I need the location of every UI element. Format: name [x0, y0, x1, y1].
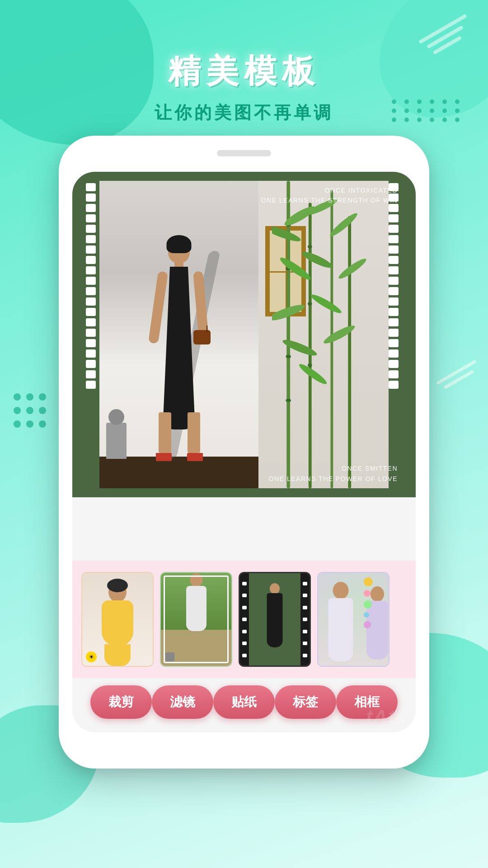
thumbnail-3-selected[interactable] — [239, 572, 311, 667]
overlay-text-line4: ONE LEARNS THE POWER OF LOVE — [269, 474, 398, 484]
svg-point-9 — [308, 245, 312, 249]
text-overlay-bottom: ONCE SMITTEN ONE LEARNS THE POWER OF LOV… — [269, 463, 398, 484]
svg-rect-0 — [286, 181, 290, 488]
tag-button[interactable]: 标签 — [275, 685, 336, 719]
svg-point-11 — [308, 363, 312, 367]
phone-screen: ONCE INTOXICATED ONE LEARNS THE STRENGTH… — [72, 172, 416, 732]
filter-button[interactable]: 滤镜 — [152, 685, 213, 719]
svg-point-17 — [300, 249, 334, 270]
svg-rect-3 — [348, 216, 351, 488]
svg-point-20 — [337, 256, 368, 281]
dot-group-left — [14, 393, 46, 428]
phone-body: ONCE INTOXICATED ONE LEARNS THE STRENGTH… — [59, 136, 429, 769]
svg-point-19 — [309, 292, 343, 316]
overlay-text-line3: ONCE SMITTEN — [269, 463, 398, 473]
thumb-badge-1: ☀ — [86, 651, 97, 662]
svg-point-10 — [308, 302, 312, 306]
svg-point-23 — [297, 362, 328, 387]
sticker-button[interactable]: 贴纸 — [213, 685, 275, 719]
phone-mockup: ONCE INTOXICATED ONE LEARNS THE STRENGTH… — [59, 136, 429, 769]
photo-person-left — [99, 181, 258, 488]
sub-title: 让你的美图不再单调 — [0, 101, 488, 124]
svg-point-15 — [278, 255, 313, 283]
text-overlay-top: ONCE INTOXICATED ONE LEARNS THE STRENGTH… — [261, 185, 398, 206]
thumbnail-4[interactable] — [317, 572, 389, 667]
photo-main-area[interactable]: ONCE INTOXICATED ONE LEARNS THE STRENGTH… — [72, 172, 416, 497]
film-strip-right — [389, 181, 402, 488]
thumbnail-2[interactable] — [160, 572, 232, 667]
thumbnail-1[interactable]: ☀ — [81, 572, 154, 667]
svg-point-7 — [286, 355, 291, 359]
thumb-film-strip — [240, 573, 310, 665]
overlay-text-line1: ONCE INTOXICATED — [261, 185, 398, 195]
crop-button[interactable]: 裁剪 — [90, 685, 152, 719]
main-title: 精美模板 — [0, 50, 488, 93]
stripe-decoration-tr — [416, 27, 470, 52]
photo-inner — [99, 181, 389, 488]
svg-point-8 — [286, 399, 291, 402]
svg-point-22 — [322, 323, 357, 346]
stripe-decoration-mr — [434, 371, 479, 385]
film-strip-left — [86, 181, 99, 488]
tate-watermark: tAte — [357, 702, 416, 732]
photo-plant-right — [258, 181, 389, 488]
phone-speaker — [217, 150, 271, 156]
title-area: 精美模板 让你的美图不再单调 — [0, 50, 488, 124]
overlay-text-line2: ONE LEARNS THE STRENGTH OF WIN — [261, 195, 398, 205]
thumbnails-area: ☀ — [72, 561, 416, 678]
